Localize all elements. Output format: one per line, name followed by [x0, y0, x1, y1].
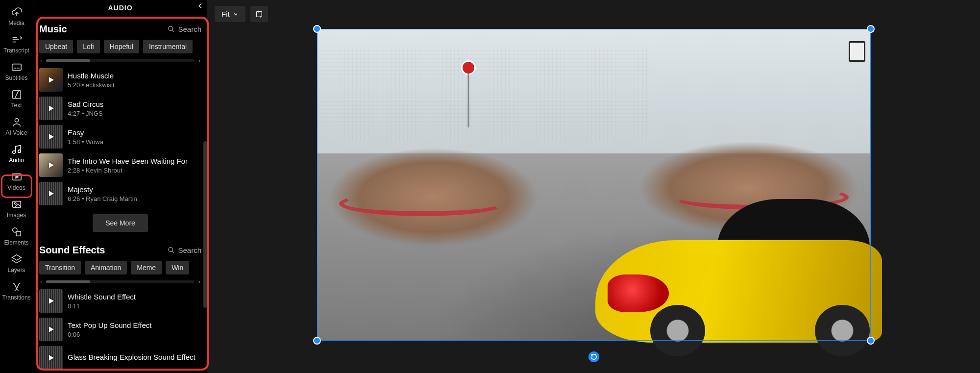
- sfx-track[interactable]: Whistle Sound Effect 0:11: [39, 289, 201, 313]
- rotate-handle[interactable]: [588, 351, 599, 362]
- track-thumbnail[interactable]: [39, 125, 63, 149]
- nav-label: Layers: [7, 267, 25, 274]
- nav-elements[interactable]: Elements: [0, 223, 33, 250]
- preview-stage[interactable]: [317, 29, 871, 341]
- resize-handle-top-right[interactable]: [867, 25, 875, 33]
- svg-marker-17: [49, 162, 54, 168]
- svg-point-4: [18, 150, 21, 153]
- svg-marker-22: [49, 326, 54, 332]
- chip-lofi[interactable]: Lofi: [77, 40, 100, 53]
- track-thumbnail[interactable]: [39, 318, 63, 341]
- chip-win[interactable]: Win: [166, 261, 189, 274]
- chip-scroll-left[interactable]: ‹: [39, 278, 43, 285]
- nav-media[interactable]: Media: [0, 3, 33, 30]
- app-root: Media Transcript Subtitles Text AI Voice: [0, 0, 980, 373]
- music-title: Music: [39, 24, 67, 35]
- track-meta: The Intro We Have Been Waiting For 2:28 …: [68, 157, 188, 174]
- chip-scroll-thumb[interactable]: [46, 280, 90, 283]
- nav-layers[interactable]: Layers: [0, 250, 33, 277]
- frame-curb-left: [339, 191, 505, 216]
- track-thumbnail[interactable]: [39, 289, 63, 313]
- music-track[interactable]: Majesty 6:26 • Ryan Craig Martin: [39, 182, 201, 205]
- frame-wheel-front: [815, 305, 870, 356]
- chip-scroll-thumb[interactable]: [46, 59, 90, 62]
- track-thumbnail[interactable]: [39, 68, 63, 92]
- chip-transition[interactable]: Transition: [39, 261, 81, 274]
- zoom-fit-dropdown[interactable]: Fit: [215, 6, 245, 22]
- chip-animation[interactable]: Animation: [85, 261, 127, 274]
- sfx-track-list: Whistle Sound Effect 0:11 Text Pop Up So…: [39, 289, 201, 370]
- video-frame[interactable]: [317, 29, 871, 341]
- nav-label: Transitions: [2, 294, 30, 301]
- track-meta: Hustle Muscle 5:20 • eckskwisit: [68, 72, 115, 89]
- svg-line-20: [172, 251, 174, 253]
- sfx-chip-scroll: ‹ ›: [39, 278, 201, 285]
- chip-scroll-right[interactable]: ›: [197, 57, 201, 64]
- shapes-icon: [11, 226, 22, 237]
- resize-handle-bottom-left[interactable]: [313, 337, 321, 345]
- track-thumbnail[interactable]: [39, 182, 63, 205]
- fit-label: Fit: [221, 10, 230, 18]
- chip-hopeful[interactable]: Hopeful: [104, 40, 139, 53]
- nav-text[interactable]: Text: [0, 85, 33, 113]
- track-title: Whistle Sound Effect: [68, 293, 136, 301]
- sfx-track[interactable]: Glass Breaking Explosion Sound Effect: [39, 346, 201, 370]
- track-subtitle: 6:26 • Ryan Craig Martin: [68, 195, 137, 202]
- chip-upbeat[interactable]: Upbeat: [39, 40, 73, 53]
- video-icon: [11, 172, 22, 182]
- svg-marker-21: [49, 298, 54, 304]
- track-title: Hustle Muscle: [68, 72, 115, 80]
- chip-scroll-track[interactable]: [46, 280, 195, 283]
- chip-scroll-right[interactable]: ›: [197, 278, 201, 285]
- track-subtitle: 1:58 • Wowa: [68, 138, 103, 146]
- play-icon: [39, 68, 63, 92]
- sfx-search[interactable]: Search: [168, 246, 201, 254]
- panel-title: AUDIO: [108, 4, 132, 12]
- svg-marker-11: [12, 255, 21, 260]
- upload-cloud-icon: [11, 7, 22, 18]
- resize-handle-bottom-right[interactable]: [867, 337, 875, 345]
- music-track[interactable]: Sad Circus 4:27 • JNGS: [39, 97, 201, 120]
- play-icon: [39, 182, 63, 205]
- music-track[interactable]: Easy 1:58 • Wowa: [39, 125, 201, 149]
- sfx-track[interactable]: Text Pop Up Sound Effect 0:06: [39, 318, 201, 341]
- collapse-panel-button[interactable]: [196, 2, 204, 10]
- nav-transitions[interactable]: Transitions: [0, 277, 33, 305]
- panel-scrollbar-thumb[interactable]: [203, 141, 207, 308]
- svg-point-2: [15, 119, 18, 122]
- panel-scrollbar[interactable]: [203, 141, 207, 308]
- panel-header: AUDIO: [33, 0, 207, 14]
- track-subtitle: 2:28 • Kevin Shrout: [68, 167, 188, 174]
- track-thumbnail[interactable]: [39, 153, 63, 177]
- svg-line-13: [172, 30, 174, 32]
- svg-marker-16: [49, 134, 54, 140]
- track-title: Majesty: [68, 185, 137, 194]
- music-search[interactable]: Search: [168, 25, 201, 33]
- track-thumbnail[interactable]: [39, 97, 63, 120]
- play-icon: [39, 289, 63, 313]
- chip-scroll-track[interactable]: [46, 59, 195, 62]
- track-thumbnail[interactable]: [39, 346, 63, 370]
- nav-videos[interactable]: Videos: [0, 168, 33, 195]
- chip-scroll-left[interactable]: ‹: [39, 57, 43, 64]
- nav-audio[interactable]: Audio: [0, 140, 33, 168]
- nav-images[interactable]: Images: [0, 195, 33, 223]
- see-more-wrap: See More: [39, 214, 201, 232]
- see-more-button[interactable]: See More: [93, 214, 148, 232]
- frame-tail-light: [608, 274, 668, 312]
- ai-voice-icon: [11, 117, 22, 127]
- play-icon: [39, 318, 63, 341]
- chip-meme[interactable]: Meme: [131, 261, 162, 274]
- chip-instrumental[interactable]: Instrumental: [143, 40, 193, 53]
- music-track-list: Hustle Muscle 5:20 • eckskwisit Sad Circ…: [39, 68, 201, 205]
- music-chip-scroll: ‹ ›: [39, 57, 201, 64]
- resize-handle-top-left[interactable]: [313, 25, 321, 33]
- canvas-toolbar: Fit: [208, 0, 980, 28]
- music-track[interactable]: The Intro We Have Been Waiting For 2:28 …: [39, 153, 201, 177]
- nav-subtitles[interactable]: Subtitles: [0, 58, 33, 85]
- track-subtitle: 4:27 • JNGS: [68, 110, 103, 117]
- music-track[interactable]: Hustle Muscle 5:20 • eckskwisit: [39, 68, 201, 92]
- nav-transcript[interactable]: Transcript: [0, 30, 33, 58]
- nav-ai-voice[interactable]: AI Voice: [0, 113, 33, 140]
- crop-expand-button[interactable]: [250, 6, 268, 22]
